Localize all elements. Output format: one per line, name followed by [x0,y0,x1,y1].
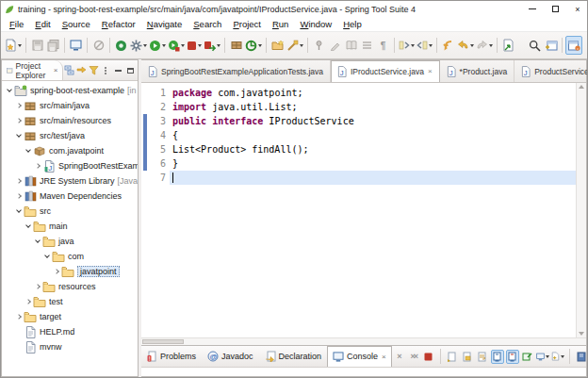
chevron-expanded-icon[interactable] [14,135,24,137]
menu-search[interactable]: Search [188,18,227,30]
menu-project[interactable]: Project [227,18,267,30]
tree-item-src-main-resources[interactable]: src/main/resources [2,113,138,128]
minimize-view-button[interactable] [112,64,123,77]
code-line-3[interactable]: public interface IProductService [170,114,576,128]
menu-edit[interactable]: Edit [29,18,56,30]
display-console-button[interactable] [536,350,549,364]
chevron-collapsed-icon[interactable] [14,194,24,198]
new-wizard-dropdown[interactable] [18,44,22,47]
code-lines[interactable]: package com.javatpoint; import java.util… [170,83,576,337]
code-editor[interactable]: 1 2 3 4 5 6 7 package com.javatpoint; im… [141,83,586,337]
external-javadoc-button[interactable] [343,36,359,55]
code-line-6[interactable]: } [170,156,576,171]
terminate-button[interactable] [422,350,435,364]
open-console-dropdown[interactable] [561,355,564,358]
chevron-collapsed-icon[interactable] [14,179,24,183]
relaunch-dropdown[interactable] [217,44,220,47]
new-wizard-button[interactable] [4,36,23,55]
open-type-button[interactable] [500,36,516,55]
show-on-stderr-toggle[interactable] [506,350,519,364]
forward-history-button[interactable] [475,36,494,55]
coverage-button[interactable] [244,36,263,55]
chevron-collapsed-icon[interactable] [14,104,24,107]
tree-item-maven-dependencies[interactable]: Maven Dependencies [2,189,138,204]
tree-item-com-folder[interactable]: com [2,249,138,264]
scroll-down-icon[interactable] [579,332,584,336]
show-stacktrace-button[interactable] [446,350,459,364]
menu-run[interactable]: Run [267,18,294,30]
vertical-scrollbar[interactable] [576,83,586,337]
next-annotation-dropdown[interactable] [411,44,415,47]
tab-iproductservice[interactable]: J IProductService.java × [331,60,440,82]
tree-item-test-class[interactable]: J SpringBootRestExampleApplicationTests.… [2,158,138,173]
menu-file[interactable]: File [4,18,29,30]
profile-dropdown[interactable] [181,44,185,47]
open-console-button[interactable] [68,36,84,55]
menu-refactor[interactable]: Refactor [96,18,141,30]
tab-project-explorer[interactable]: Project Explorer × [2,60,63,80]
close-tab-icon[interactable]: × [428,67,433,75]
tab-productservice[interactable]: J ProductService.java [514,60,588,82]
boot-dashboard-button[interactable] [113,36,129,55]
menu-help[interactable]: Help [337,18,368,30]
previous-annotation-button[interactable] [416,36,433,55]
scroll-lock-button[interactable] [461,350,474,364]
code-line-5[interactable]: List<Product> findAll(); [170,142,576,156]
tab-declaration[interactable]: Declaration [259,346,328,367]
tree-item-com-javatpoint-package[interactable]: com.javatpoint [2,143,138,158]
tab-javadoc[interactable]: @ Javadoc [202,346,259,367]
open-console-button[interactable] [551,350,564,364]
chevron-collapsed-icon[interactable] [33,285,42,288]
window-close-button[interactable]: × [573,5,582,14]
pin-editor-button[interactable] [311,36,327,55]
tree-item-test-folder[interactable]: test [2,294,138,309]
menu-navigate[interactable]: Navigate [141,18,188,30]
chevron-expanded-icon[interactable] [5,90,14,91]
run-dropdown[interactable] [162,44,166,47]
scrollbar-thumb[interactable] [142,339,184,344]
tab-console[interactable]: Console × [327,346,392,367]
collapse-all-button[interactable] [63,64,74,77]
forward-history-dropdown[interactable] [489,44,493,47]
code-line-4[interactable]: { [170,128,576,142]
code-line-2[interactable]: import java.util.List; [170,100,576,114]
link-with-editor-button[interactable] [75,64,87,77]
javadoc-wand-dropdown[interactable] [300,44,303,47]
stop-dropdown[interactable] [198,44,202,47]
tree-item-resources-folder[interactable]: resources [2,279,138,294]
code-line-1[interactable]: package com.javatpoint; [170,86,576,100]
chevron-collapsed-icon[interactable] [14,315,24,319]
back-history-button[interactable] [456,36,475,55]
tree-item-help-md[interactable]: HELP.md [2,324,138,339]
chevron-expanded-icon[interactable] [42,255,52,257]
next-annotation-button[interactable] [398,36,416,55]
tree-item-javatpoint-folder[interactable]: javatpoint [2,264,138,279]
code-line-7-current[interactable] [170,171,576,185]
tab-problems[interactable]: ! Problems [141,346,202,367]
maximize-view-button[interactable] [124,64,136,77]
chevron-expanded-icon[interactable] [24,225,33,227]
pin-console-button[interactable] [521,350,534,364]
chevron-collapsed-icon[interactable] [24,300,33,304]
window-maximize-button[interactable] [550,5,560,14]
new-package-button[interactable] [228,36,244,55]
show-whitespace-list-button[interactable] [359,36,375,55]
tree-item-mvnw[interactable]: mvnw [2,339,138,354]
javadoc-wand-button[interactable] [286,36,304,55]
scroll-up-icon[interactable] [579,85,584,89]
menu-window[interactable]: Window [294,18,337,30]
debug-dropdown[interactable] [143,44,147,47]
mark-occurrences-button[interactable] [327,36,343,55]
tab-product[interactable]: J *Product.java [440,60,515,82]
display-console-dropdown[interactable] [546,355,549,358]
tree-item-project[interactable]: spring-boot-rest-example [in spring-boot… [2,83,138,98]
stop-button[interactable] [186,36,203,55]
open-perspective-button[interactable] [543,36,559,55]
tree-item-src-main-java[interactable]: src/main/java [2,98,138,113]
close-view-icon[interactable]: × [54,66,58,74]
close-tab-icon[interactable]: × [382,353,386,361]
horizontal-scrollbar[interactable] [141,337,586,345]
chevron-collapsed-icon[interactable] [52,270,61,273]
previous-annotation-dropdown[interactable] [429,44,433,47]
tree-item-java-folder[interactable]: java [2,234,138,249]
